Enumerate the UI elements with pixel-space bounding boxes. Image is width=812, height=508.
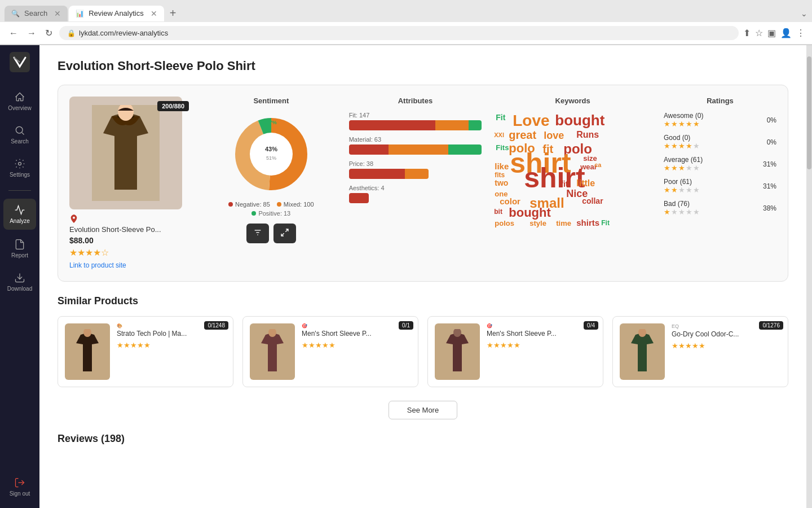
tab-search[interactable]: 🔍 Search ✕ <box>5 6 68 21</box>
similar-brand-1: 🎯 <box>302 323 411 329</box>
material-bar <box>349 144 482 155</box>
aesthetics-bar <box>349 193 369 203</box>
similar-name-0: Strato Tech Polo | Ma... <box>117 330 226 338</box>
similar-img-0 <box>65 323 110 380</box>
similar-name-2: Men's Short Sleeve P... <box>487 330 596 338</box>
refresh-button[interactable]: ↻ <box>43 25 55 41</box>
kw-runs: Runs <box>576 130 599 140</box>
back-button[interactable]: ← <box>7 26 20 41</box>
attribute-fit: Fit: 147 <box>349 112 482 130</box>
app-layout: Overview Search Settings Analyze Report … <box>0 45 812 508</box>
kw-like: like <box>495 161 509 171</box>
awesome-label: Awesome (0) <box>664 112 703 120</box>
url-text: lykdat.com/review-analytics <box>79 29 168 37</box>
attribute-price: Price: 38 <box>349 160 482 179</box>
similar-stars-1: ★★★★★ <box>302 341 411 349</box>
sidebar-item-download[interactable]: Download <box>0 266 39 297</box>
brand-logo <box>69 214 78 223</box>
similar-img-1 <box>250 323 295 380</box>
aesthetics-label: Aesthetics: 4 <box>349 185 482 191</box>
sidebar-search-label: Search <box>11 138 29 144</box>
bookmark-icon[interactable]: ☆ <box>755 28 763 38</box>
rating-good: Good (0) ★★★★★ 0% <box>664 134 776 150</box>
browser-actions: ⬆ ☆ ▣ 👤 ⋮ <box>743 28 805 38</box>
sidebar-item-overview[interactable]: Overview <box>0 86 39 117</box>
app-logo <box>10 52 30 75</box>
material-bar-mixed <box>389 144 448 155</box>
forward-button[interactable]: → <box>25 26 38 41</box>
negative-dot <box>228 202 233 207</box>
tab-expand-button[interactable]: ⌄ <box>801 9 807 18</box>
sidebar-item-report[interactable]: Report <box>0 233 39 264</box>
good-label: Good (0) <box>664 134 700 142</box>
analytics-tab-close[interactable]: ✕ <box>151 9 157 18</box>
scrollbar-thumb[interactable] <box>807 56 811 169</box>
address-bar[interactable]: 🔒 lykdat.com/review-analytics <box>59 26 739 40</box>
sidebar-overview-label: Overview <box>8 105 32 111</box>
reviews-title: Reviews (198) <box>58 433 788 445</box>
sentiment-donut-chart: 43% 51% 7% <box>229 112 314 196</box>
sentiment-title: Sentiment <box>205 97 338 105</box>
sidebar-item-settings[interactable]: Settings <box>0 152 39 183</box>
kw-color: color <box>500 196 520 206</box>
product-name: Evolution Short-Sleeve Po... <box>69 225 193 234</box>
kw-two: two <box>495 178 508 187</box>
product-link[interactable]: Link to product site <box>69 261 126 269</box>
poor-label: Poor (61) <box>664 178 700 186</box>
search-tab-close[interactable]: ✕ <box>54 9 61 18</box>
sidebar-item-analyze[interactable]: Analyze <box>3 199 36 230</box>
rating-average: Average (61) ★★★★★ 31% <box>664 156 776 172</box>
kw-fit1: Fit <box>496 113 505 122</box>
similar-card-1[interactable]: 0/1 🎯 Men's Short Sleeve P... ★★★★★ <box>242 316 418 387</box>
scrollbar[interactable] <box>806 45 812 508</box>
similar-card-0[interactable]: 0/1248 🎨 Strato Tech Polo | Ma... ★★★★★ <box>58 316 233 387</box>
similar-brand-2: 🎯 <box>487 323 596 329</box>
sidebar-report-label: Report <box>11 252 28 259</box>
similar-info-2: 🎯 Men's Short Sleeve P... ★★★★★ <box>487 323 596 380</box>
svg-point-2 <box>19 163 21 165</box>
poor-pct: 31% <box>763 182 776 190</box>
product-info: 200/880 Evolution Short-Sleeve Po... $88… <box>69 97 193 270</box>
similar-stars-2: ★★★★★ <box>487 341 596 349</box>
expand-button[interactable] <box>273 224 296 243</box>
kw-style: style <box>529 219 546 227</box>
see-more-button[interactable]: See More <box>389 401 457 419</box>
search-icon <box>14 125 25 136</box>
address-bar-row: ← → ↻ 🔒 lykdat.com/review-analytics ⬆ ☆ … <box>0 22 812 45</box>
tab-analytics[interactable]: 📊 Review Analytics ✕ <box>69 6 164 21</box>
menu-icon[interactable]: ⋮ <box>796 28 805 38</box>
similar-card-2[interactable]: 0/4 🎯 Men's Short Sleeve P... ★★★★★ <box>427 316 603 387</box>
positive-legend: Positive: 13 <box>205 210 338 217</box>
new-tab-button[interactable]: + <box>165 5 181 22</box>
fit-bar-positive <box>469 120 482 130</box>
ratings-title: Ratings <box>664 97 776 105</box>
sidebar-divider <box>8 190 31 191</box>
similar-grid: 0/1248 🎨 Strato Tech Polo | Ma... ★★★★★ <box>58 316 788 387</box>
sign-out-button[interactable]: Sign out <box>5 472 35 501</box>
analytics-tab-label: Review Analytics <box>89 9 144 17</box>
sidebar-item-search[interactable]: Search <box>0 119 39 150</box>
sentiment-legend: Negative: 85 Mixed: 100 <box>205 201 338 208</box>
filter-button[interactable] <box>246 224 269 243</box>
attribute-material: Material: 63 <box>349 136 482 155</box>
share-icon[interactable]: ⬆ <box>743 28 751 38</box>
similar-card-3[interactable]: 0/1276 EQ Go-Dry Cool Odor-C... ★★★★★ <box>612 316 788 387</box>
awesome-pct: 0% <box>767 116 776 124</box>
good-pct: 0% <box>767 138 776 146</box>
positive-dot <box>251 211 256 216</box>
browser-chrome: 🔍 Search ✕ 📊 Review Analytics ✕ + ⌄ ← → … <box>0 0 812 45</box>
similar-badge-2: 0/4 <box>584 321 598 330</box>
fit-bar <box>349 120 482 130</box>
file-icon <box>14 239 25 250</box>
sidebar-toggle-icon[interactable]: ▣ <box>767 28 776 38</box>
kw-polos: polos <box>495 219 514 227</box>
material-bar-positive <box>448 144 482 155</box>
average-pct: 31% <box>763 160 776 168</box>
analytics-tab-icon: 📊 <box>76 10 84 17</box>
good-stars: ★★★★★ <box>664 142 700 150</box>
average-label: Average (61) <box>664 156 703 164</box>
kw-bought1: bought <box>555 112 604 129</box>
profile-icon[interactable]: 👤 <box>780 28 792 38</box>
similar-stars-0: ★★★★★ <box>117 341 226 349</box>
svg-point-1 <box>16 126 23 133</box>
